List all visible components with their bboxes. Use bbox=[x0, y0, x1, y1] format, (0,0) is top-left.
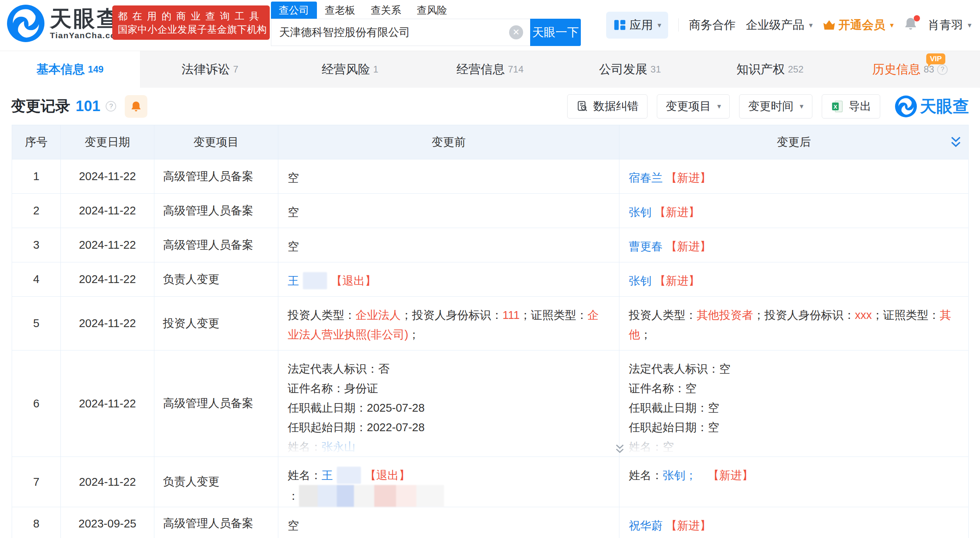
person-link[interactable]: 张永山 bbox=[322, 441, 356, 453]
change-tag: 111 bbox=[502, 309, 520, 321]
nav-open-vip[interactable]: 开通会员 ▾ bbox=[823, 17, 894, 33]
tab-3[interactable]: 经营风险1 bbox=[280, 51, 420, 88]
cell-after: 投资人类型：其他投资者；投资人身份标识：xxx；证照类型：其他； bbox=[619, 297, 969, 350]
change-time-filter[interactable]: 变更时间 ▾ bbox=[739, 94, 812, 119]
cell-line: 姓名：张钊； 【新进】 bbox=[629, 465, 959, 485]
tab-label: 知识产权 bbox=[736, 61, 785, 78]
person-link[interactable]: 王 bbox=[322, 469, 333, 481]
nav-business-cooperation[interactable]: 商务合作 bbox=[689, 17, 736, 33]
cell-index: 4 bbox=[12, 262, 61, 297]
cell-before: 空 bbox=[278, 228, 619, 262]
change-item-filter[interactable]: 变更项目 ▾ bbox=[657, 94, 730, 119]
search-input[interactable] bbox=[271, 19, 530, 46]
col-header-item: 变更项目 bbox=[154, 125, 278, 159]
change-records-table: 序号 变更日期 变更项目 变更前 变更后 120 bbox=[12, 125, 969, 538]
cell-index: 6 bbox=[12, 350, 61, 457]
tab-5[interactable]: 公司发展31 bbox=[560, 51, 700, 88]
user-menu[interactable]: 肖青羽 ▾ bbox=[928, 17, 971, 33]
table-row-6: 62024-11-22高级管理人员备案法定代表人标识：否证件名称：身份证任职截止… bbox=[12, 350, 969, 457]
tab-1[interactable]: 基本信息149 bbox=[0, 51, 140, 88]
cell-after: 张钊 【新进】 bbox=[619, 262, 969, 297]
svg-text:X: X bbox=[833, 103, 837, 110]
cell-before: 姓名：王【退出】： bbox=[278, 457, 619, 507]
cell-text: 姓名： bbox=[288, 441, 322, 453]
person-link[interactable]: 张钊； bbox=[663, 469, 697, 481]
nav-enterprise-products[interactable]: 企业级产品 ▾ bbox=[746, 17, 813, 33]
cell-text: ； bbox=[640, 328, 651, 341]
person-link[interactable]: 王 bbox=[288, 274, 299, 287]
tab-2[interactable]: 法律诉讼7 bbox=[140, 51, 280, 88]
change-records-table-wrap: 序号 变更日期 变更项目 变更前 变更后 120 bbox=[12, 125, 968, 538]
cell-line: 祝华蔚 【新进】 bbox=[629, 516, 959, 535]
table-row-3: 32024-11-22高级管理人员备案空曹更春 【新进】 bbox=[12, 228, 969, 262]
help-icon[interactable]: ? bbox=[106, 101, 116, 111]
logo-swirl-icon bbox=[895, 96, 917, 117]
tab-4[interactable]: 经营信息714 bbox=[420, 51, 560, 88]
cell-text bbox=[697, 469, 708, 481]
cell-text bbox=[651, 206, 655, 218]
notification-bell-icon[interactable] bbox=[904, 17, 918, 34]
tab-7[interactable]: 历史信息83VIP? bbox=[840, 51, 980, 88]
person-link[interactable]: 曹更春 bbox=[629, 240, 663, 253]
search-tab-3[interactable]: 查关系 bbox=[363, 2, 409, 19]
monitor-bell-button[interactable] bbox=[125, 95, 147, 118]
tab-6[interactable]: 知识产权252 bbox=[700, 51, 840, 88]
cell-text: 投资人类型： bbox=[629, 309, 697, 321]
cell-line: 任职起始日期：空 bbox=[629, 418, 959, 437]
tab-label: 公司发展 bbox=[599, 61, 647, 78]
cell-change-date: 2024-11-22 bbox=[61, 194, 154, 228]
collapse-all-icon[interactable] bbox=[949, 135, 963, 149]
cell-line: 证件名称：身份证 bbox=[288, 379, 610, 398]
cell-index: 1 bbox=[12, 159, 61, 194]
person-link[interactable]: 张钊 bbox=[629, 206, 651, 218]
table-row-5: 52024-11-22投资人变更投资人类型：企业法人；投资人身份标识：111；证… bbox=[12, 297, 969, 350]
change-tag: 【退出】 bbox=[331, 274, 376, 287]
help-icon[interactable]: ? bbox=[937, 64, 948, 75]
cell-text: 法定代表人标识：否 bbox=[288, 363, 389, 375]
cell-change-item: 负责人变更 bbox=[154, 457, 278, 507]
search-tab-2[interactable]: 查老板 bbox=[317, 2, 363, 19]
search-tab-4[interactable]: 查风险 bbox=[409, 2, 455, 19]
table-row-7: 72024-11-22负责人变更姓名：王【退出】：姓名：张钊； 【新进】 bbox=[12, 457, 969, 507]
col-header-date: 变更日期 bbox=[61, 125, 154, 159]
data-correction-button[interactable]: 数据纠错 bbox=[567, 94, 647, 119]
section-header: 变更记录 101 ? 数据纠错 变更项目 bbox=[0, 88, 980, 125]
apps-menu[interactable]: 应用 ▾ bbox=[606, 12, 669, 39]
export-button[interactable]: X 导出 bbox=[822, 94, 880, 119]
expand-row-icon[interactable] bbox=[614, 443, 626, 455]
watermark-text: 天眼查 bbox=[920, 96, 969, 117]
cell-text bbox=[651, 274, 655, 287]
person-link[interactable]: 张钊 bbox=[629, 274, 651, 287]
clear-search-icon[interactable]: ✕ bbox=[509, 25, 523, 39]
search-button[interactable]: 天眼一下 bbox=[530, 19, 581, 46]
search-area: 查公司查老板查关系查风险 ✕ 天眼一下 bbox=[271, 2, 581, 46]
cell-line: 姓名：张永山 bbox=[288, 437, 610, 457]
tianyancha-logo[interactable]: 天眼查 TianYanCha.com bbox=[7, 5, 124, 42]
cell-text: 空 bbox=[288, 172, 299, 184]
person-link[interactable]: 宿春兰 bbox=[629, 172, 663, 184]
cell-line: 姓名：王【退出】 bbox=[288, 465, 610, 485]
censored-text bbox=[337, 467, 361, 484]
main-tabs: 基本信息149法律诉讼7经营风险1经营信息714公司发展31知识产权252历史信… bbox=[0, 51, 980, 88]
person-link[interactable]: 祝华蔚 bbox=[629, 519, 663, 532]
cell-before: 空 bbox=[278, 507, 619, 538]
cell-line: 宿春兰 【新进】 bbox=[629, 168, 959, 188]
cell-text: ： bbox=[288, 490, 299, 502]
vip-crown-icon bbox=[823, 19, 835, 31]
slogan-badge: 都在用的商业查询工具 国家中小企业发展子基金旗下机构 bbox=[112, 5, 270, 40]
cell-line: 张钊 【新进】 bbox=[629, 271, 959, 290]
cell-text bbox=[663, 240, 666, 253]
cell-change-date: 2024-11-22 bbox=[61, 457, 154, 507]
tianyancha-watermark: 天眼查 bbox=[895, 96, 969, 117]
search-tab-1[interactable]: 查公司 bbox=[271, 2, 317, 19]
tab-count: 7 bbox=[233, 64, 238, 75]
cell-line: 任职起始日期：2022-07-28 bbox=[288, 418, 610, 437]
cell-text: ；证照类型： bbox=[872, 309, 940, 321]
cell-text: 任职起始日期：空 bbox=[629, 421, 719, 434]
search-tabs: 查公司查老板查关系查风险 bbox=[271, 2, 581, 19]
cell-after: 法定代表人标识：空证件名称：空任职截止日期：空任职起始日期：空姓名：空 bbox=[619, 350, 969, 457]
cell-text: 证件名称：身份证 bbox=[288, 382, 378, 395]
cell-line: 投资人类型：其他投资者；投资人身份标识：xxx；证照类型：其他； bbox=[629, 305, 959, 344]
cell-text: 任职截止日期：空 bbox=[629, 402, 719, 414]
tab-count: 714 bbox=[508, 64, 524, 75]
